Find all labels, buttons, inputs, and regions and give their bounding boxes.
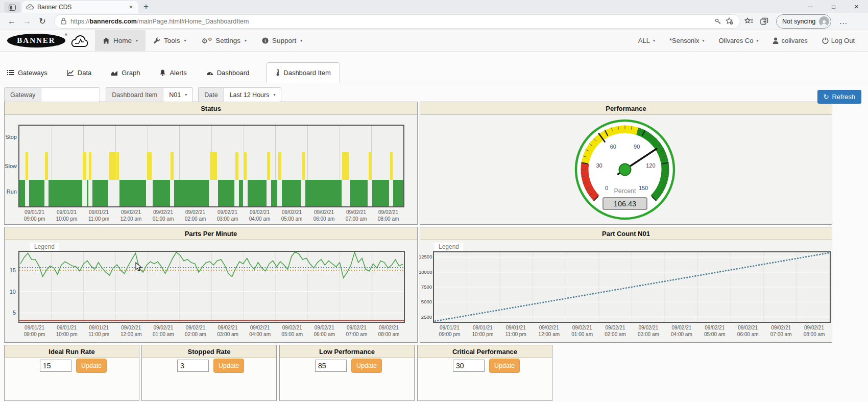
x-axis-label: 09/01/2111:00 pm [83,324,115,338]
chevron-down-icon: ▾ [653,38,655,43]
x-axis-label: 09/02/2105:00 am [276,209,308,222]
slow-bar [109,152,116,180]
line-chart-icon [67,69,74,76]
slow-bar [267,152,270,180]
nav-right-group: ALL▾ *Sensonix▾ Olivares Co▾ colivares L… [638,37,868,44]
tab-graph[interactable]: Graph [111,63,140,82]
tab-gateways[interactable]: Gateways [7,63,47,82]
favorites-bar-icon[interactable] [742,15,756,28]
x-axis-label: 09/02/2106:00 am [732,324,764,338]
x-axis-label: 09/02/2104:00 am [244,209,276,222]
low-performance-input[interactable] [315,360,347,372]
url-field[interactable]: https://bannercds.com/mainPage.html#Home… [54,14,740,29]
refresh-button[interactable]: ↻ Refresh [817,90,861,104]
x-axis-label: 09/01/2109:00 pm [18,209,51,222]
run-gap [209,180,218,206]
run-gap [44,180,49,206]
x-axis-label: 09/02/2103:00 am [632,324,665,338]
x-axis-label: 09/02/2108:00 am [798,324,831,338]
threshold-row: Update [5,359,139,373]
new-tab-button[interactable]: + [138,2,154,13]
ideal-run-rate-input[interactable] [40,360,71,372]
critical-performance-input[interactable] [453,360,485,372]
x-axis-label: 09/02/2106:00 am [308,209,341,222]
dashboard-item-label: Dashboard Item [106,87,163,102]
tab-dashboard-item[interactable]: Dashboard Item [267,62,340,83]
user-icon [773,37,779,44]
x-axis-label: 09/02/2104:00 am [665,324,698,338]
browser-tab[interactable]: Banner CDS × [22,1,138,13]
part-count-panel-title: Part Count N01 [420,227,832,240]
slow-bar [210,152,217,180]
chevron-down-icon: ▾ [185,92,187,97]
nav-item-support[interactable]: Support ▾ [254,30,310,51]
chevron-down-icon: ▾ [300,38,302,43]
svg-text:90: 90 [634,144,640,150]
svg-text:106.43: 106.43 [614,200,636,208]
run-gap [88,180,92,206]
run-gap [368,180,372,206]
area-chart-icon [111,69,118,76]
x-axis-label: 09/02/2101:00 am [566,324,598,338]
dashboard-item-dropdown[interactable]: N01▾ [163,87,193,102]
all-dropdown[interactable]: ALL▾ [638,37,655,44]
favorite-star-icon[interactable] [726,17,734,25]
dashboard-item-filter: Dashboard Item N01▾ [106,87,193,102]
svg-text:Percent: Percent [614,187,636,195]
browser-menu-icon[interactable]: ... [836,17,851,26]
nav-item-tools[interactable]: Tools ▾ [146,30,194,51]
company-dropdown[interactable]: Olivares Co▾ [719,37,759,44]
chevron-down-icon: ▾ [184,38,186,43]
part-count-legend: Legend [435,243,463,251]
stopped-rate-input[interactable] [177,360,209,372]
update-button[interactable]: Update [76,359,107,373]
update-button[interactable]: Update [213,359,244,373]
maximize-button[interactable]: □ [822,0,845,13]
home-icon [103,37,110,44]
thermometer-icon [276,69,280,76]
x-axis-label: 09/01/2111:00 pm [83,209,115,222]
tab-dashboard[interactable]: Dashboard [206,63,250,82]
forward-icon: → [20,15,34,28]
svg-text:150: 150 [639,185,648,191]
ppm-x-axis: 09/01/2109:00 pm09/01/2110:00 pm09/01/21… [18,324,405,339]
view-tabs: Gateways Data Graph Alerts Dashboard Das… [7,63,340,82]
threshold-panel: Low PerformanceUpdate [279,345,415,401]
lock-icon [61,18,66,25]
ppm-chart [18,251,405,323]
run-gap [146,180,153,206]
date-range-dropdown[interactable]: Last 12 Hours▾ [224,87,282,102]
slow-bar [390,152,393,180]
user-menu[interactable]: colivares [773,37,807,44]
logout-button[interactable]: Log Out [822,37,855,44]
y-axis-label: 5 [7,310,16,316]
org-dropdown[interactable]: *Sensonix▾ [669,37,705,44]
update-button[interactable]: Update [489,359,520,373]
tab-alerts[interactable]: Alerts [159,63,186,82]
threshold-panel-title: Ideal Run Rate [5,345,139,358]
collections-icon[interactable] [758,15,771,28]
reload-icon[interactable]: ↻ [36,15,49,28]
gateway-input[interactable] [41,87,100,102]
nav-item-home[interactable]: Home ▾ [95,30,146,51]
password-key-icon[interactable] [714,18,721,25]
minimize-button[interactable]: ─ [799,0,822,13]
x-axis-label: 09/02/2107:00 am [340,324,373,338]
tab-data[interactable]: Data [67,63,91,82]
slow-bar [116,152,119,180]
close-button[interactable]: × [845,0,868,13]
run-gap [234,180,239,206]
refresh-icon: ↻ [824,93,829,101]
back-icon[interactable]: ← [5,15,18,28]
nav-item-settings[interactable]: ⚙⚙ Settings ▾ [194,30,254,51]
x-axis-label: 09/02/2112:00 am [533,324,565,338]
profile-button[interactable]: Not syncing [776,14,831,29]
update-button[interactable]: Update [351,359,382,373]
info-circle-icon [262,37,269,44]
tab-actions-icon[interactable] [4,2,20,13]
y-axis-label: 15 [7,267,16,273]
part-count-chart [433,251,831,323]
tab-close-icon[interactable]: × [127,3,134,11]
list-icon [7,69,14,76]
performance-panel-title: Performance [420,102,832,115]
